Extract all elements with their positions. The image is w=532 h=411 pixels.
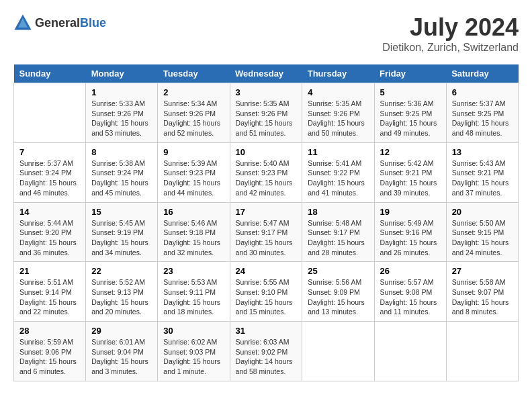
day-number: 1: [91, 87, 152, 97]
calendar-cell: 29Sunrise: 6:01 AMSunset: 9:04 PMDayligh…: [86, 322, 158, 381]
calendar-cell: 18Sunrise: 5:48 AMSunset: 9:17 PMDayligh…: [302, 202, 374, 262]
day-header-thursday: Thursday: [302, 64, 374, 83]
day-number: 10: [236, 147, 297, 157]
calendar-cell: 3Sunrise: 5:35 AMSunset: 9:26 PMDaylight…: [230, 83, 302, 143]
title-block: July 2024 Dietikon, Zurich, Switzerland: [382, 13, 519, 54]
cell-content: Sunrise: 5:41 AMSunset: 9:22 PMDaylight:…: [308, 158, 368, 198]
calendar-cell: 9Sunrise: 5:39 AMSunset: 9:23 PMDaylight…: [158, 142, 230, 202]
calendar-cell: 16Sunrise: 5:46 AMSunset: 9:18 PMDayligh…: [158, 202, 230, 262]
day-number: 25: [308, 266, 368, 276]
day-number: 6: [452, 87, 513, 97]
cell-content: Sunrise: 5:56 AMSunset: 9:09 PMDaylight:…: [308, 277, 368, 317]
calendar-cell: 17Sunrise: 5:47 AMSunset: 9:17 PMDayligh…: [230, 202, 302, 262]
day-number: 29: [91, 326, 152, 336]
day-number: 24: [236, 266, 297, 276]
day-number: 8: [91, 147, 152, 157]
cell-content: Sunrise: 5:58 AMSunset: 9:07 PMDaylight:…: [452, 277, 513, 317]
logo-general-text: General: [35, 16, 80, 30]
cell-content: Sunrise: 5:59 AMSunset: 9:06 PMDaylight:…: [19, 337, 80, 377]
cell-content: Sunrise: 5:44 AMSunset: 9:20 PMDaylight:…: [19, 218, 80, 258]
subtitle: Dietikon, Zurich, Switzerland: [382, 42, 519, 54]
cell-content: Sunrise: 5:47 AMSunset: 9:17 PMDaylight:…: [236, 218, 297, 258]
cell-content: Sunrise: 5:49 AMSunset: 9:16 PMDaylight:…: [380, 218, 441, 258]
logo-blue-text: Blue: [80, 16, 106, 30]
cell-content: Sunrise: 5:35 AMSunset: 9:26 PMDaylight:…: [308, 99, 368, 138]
cell-content: Sunrise: 5:37 AMSunset: 9:25 PMDaylight:…: [452, 99, 513, 138]
day-number: 12: [380, 147, 441, 157]
calendar-cell: 8Sunrise: 5:38 AMSunset: 9:24 PMDaylight…: [86, 142, 158, 202]
calendar-cell: 22Sunrise: 5:52 AMSunset: 9:13 PMDayligh…: [86, 262, 158, 322]
day-number: 11: [308, 147, 368, 157]
cell-content: Sunrise: 5:39 AMSunset: 9:23 PMDaylight:…: [163, 158, 224, 198]
day-number: 4: [308, 87, 368, 97]
cell-content: Sunrise: 5:46 AMSunset: 9:18 PMDaylight:…: [163, 218, 224, 258]
cell-content: Sunrise: 5:33 AMSunset: 9:26 PMDaylight:…: [91, 99, 152, 138]
day-header-tuesday: Tuesday: [158, 64, 230, 83]
day-number: 9: [163, 147, 224, 157]
calendar-cell: 4Sunrise: 5:35 AMSunset: 9:26 PMDaylight…: [302, 83, 374, 143]
calendar-cell: 15Sunrise: 5:45 AMSunset: 9:19 PMDayligh…: [86, 202, 158, 262]
day-number: 5: [380, 87, 441, 97]
calendar-cell: 14Sunrise: 5:44 AMSunset: 9:20 PMDayligh…: [14, 202, 86, 262]
calendar-cell: 24Sunrise: 5:55 AMSunset: 9:10 PMDayligh…: [230, 262, 302, 322]
calendar-week-row: 1Sunrise: 5:33 AMSunset: 9:26 PMDaylight…: [14, 83, 519, 143]
calendar-table: SundayMondayTuesdayWednesdayThursdayFrid…: [13, 64, 519, 381]
calendar-cell: 7Sunrise: 5:37 AMSunset: 9:24 PMDaylight…: [14, 142, 86, 202]
calendar-cell: 28Sunrise: 5:59 AMSunset: 9:06 PMDayligh…: [14, 322, 86, 381]
day-number: 30: [163, 326, 224, 336]
cell-content: Sunrise: 5:38 AMSunset: 9:24 PMDaylight:…: [91, 158, 152, 198]
calendar-cell: 5Sunrise: 5:36 AMSunset: 9:25 PMDaylight…: [374, 83, 446, 143]
calendar-cell: 20Sunrise: 5:50 AMSunset: 9:15 PMDayligh…: [446, 202, 518, 262]
day-number: 21: [19, 266, 80, 276]
logo-icon: [13, 13, 32, 32]
cell-content: Sunrise: 5:51 AMSunset: 9:14 PMDaylight:…: [19, 277, 80, 317]
calendar-week-row: 7Sunrise: 5:37 AMSunset: 9:24 PMDaylight…: [14, 142, 519, 202]
day-number: 26: [380, 266, 441, 276]
day-number: 19: [380, 207, 441, 217]
cell-content: Sunrise: 5:40 AMSunset: 9:23 PMDaylight:…: [236, 158, 297, 198]
calendar-header-row: SundayMondayTuesdayWednesdayThursdayFrid…: [14, 64, 519, 83]
logo: GeneralBlue: [13, 13, 106, 32]
calendar-cell: [446, 322, 518, 381]
cell-content: Sunrise: 5:37 AMSunset: 9:24 PMDaylight:…: [19, 158, 80, 198]
day-header-monday: Monday: [86, 64, 158, 83]
calendar-cell: 27Sunrise: 5:58 AMSunset: 9:07 PMDayligh…: [446, 262, 518, 322]
day-number: 31: [236, 326, 297, 336]
calendar-cell: 21Sunrise: 5:51 AMSunset: 9:14 PMDayligh…: [14, 262, 86, 322]
day-number: 2: [163, 87, 224, 97]
cell-content: Sunrise: 5:35 AMSunset: 9:26 PMDaylight:…: [236, 99, 297, 138]
cell-content: Sunrise: 5:55 AMSunset: 9:10 PMDaylight:…: [236, 277, 297, 317]
calendar-week-row: 21Sunrise: 5:51 AMSunset: 9:14 PMDayligh…: [14, 262, 519, 322]
cell-content: Sunrise: 6:01 AMSunset: 9:04 PMDaylight:…: [91, 337, 152, 377]
calendar-cell: 13Sunrise: 5:43 AMSunset: 9:21 PMDayligh…: [446, 142, 518, 202]
calendar-cell: 31Sunrise: 6:03 AMSunset: 9:02 PMDayligh…: [230, 322, 302, 381]
day-number: 27: [452, 266, 513, 276]
calendar-cell: 23Sunrise: 5:53 AMSunset: 9:11 PMDayligh…: [158, 262, 230, 322]
cell-content: Sunrise: 5:48 AMSunset: 9:17 PMDaylight:…: [308, 218, 368, 258]
day-header-sunday: Sunday: [14, 64, 86, 83]
cell-content: Sunrise: 5:50 AMSunset: 9:15 PMDaylight:…: [452, 218, 513, 258]
day-number: 17: [236, 207, 297, 217]
cell-content: Sunrise: 5:45 AMSunset: 9:19 PMDaylight:…: [91, 218, 152, 258]
cell-content: Sunrise: 5:52 AMSunset: 9:13 PMDaylight:…: [91, 277, 152, 317]
day-number: 7: [19, 147, 80, 157]
calendar-week-row: 14Sunrise: 5:44 AMSunset: 9:20 PMDayligh…: [14, 202, 519, 262]
day-number: 22: [91, 266, 152, 276]
page-header: GeneralBlue July 2024 Dietikon, Zurich, …: [13, 13, 519, 54]
day-number: 20: [452, 207, 513, 217]
day-number: 3: [236, 87, 297, 97]
day-header-wednesday: Wednesday: [230, 64, 302, 83]
calendar-cell: 2Sunrise: 5:34 AMSunset: 9:26 PMDaylight…: [158, 83, 230, 143]
calendar-cell: [14, 83, 86, 143]
calendar-cell: 6Sunrise: 5:37 AMSunset: 9:25 PMDaylight…: [446, 83, 518, 143]
calendar-week-row: 28Sunrise: 5:59 AMSunset: 9:06 PMDayligh…: [14, 322, 519, 381]
cell-content: Sunrise: 5:36 AMSunset: 9:25 PMDaylight:…: [380, 99, 441, 138]
cell-content: Sunrise: 5:57 AMSunset: 9:08 PMDaylight:…: [380, 277, 441, 317]
calendar-cell: [302, 322, 374, 381]
cell-content: Sunrise: 6:02 AMSunset: 9:03 PMDaylight:…: [163, 337, 224, 377]
cell-content: Sunrise: 5:34 AMSunset: 9:26 PMDaylight:…: [163, 99, 224, 138]
cell-content: Sunrise: 5:43 AMSunset: 9:21 PMDaylight:…: [452, 158, 513, 198]
calendar-cell: 25Sunrise: 5:56 AMSunset: 9:09 PMDayligh…: [302, 262, 374, 322]
calendar-cell: 10Sunrise: 5:40 AMSunset: 9:23 PMDayligh…: [230, 142, 302, 202]
day-number: 16: [163, 207, 224, 217]
